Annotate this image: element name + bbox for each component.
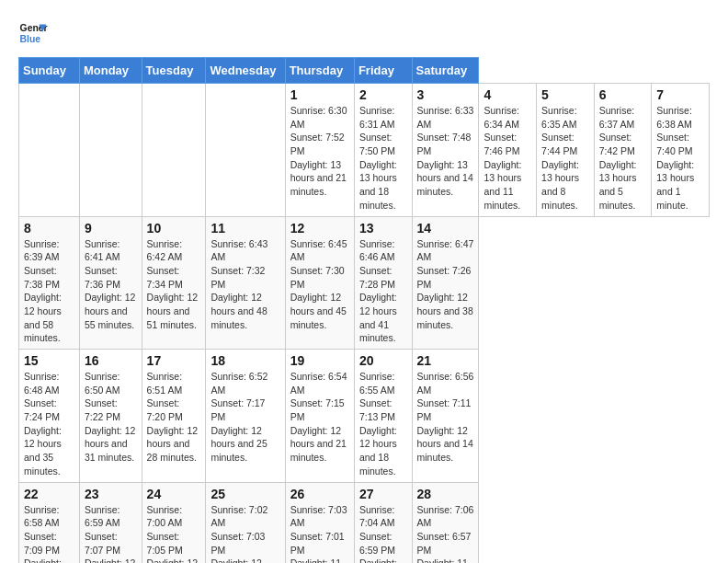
day-number: 17 — [147, 353, 201, 368]
day-header-sunday: Sunday — [19, 58, 80, 84]
calendar-cell: 18Sunrise: 6:52 AMSunset: 7:17 PMDayligh… — [206, 350, 285, 483]
day-header-wednesday: Wednesday — [206, 58, 285, 84]
calendar-cell: 22Sunrise: 6:58 AMSunset: 7:09 PMDayligh… — [19, 482, 80, 563]
day-number: 3 — [417, 87, 474, 102]
day-number: 8 — [24, 221, 74, 236]
calendar-cell: 6Sunrise: 6:37 AMSunset: 7:42 PMDaylight… — [594, 84, 652, 217]
week-row-1: 1Sunrise: 6:30 AMSunset: 7:52 PMDaylight… — [19, 84, 710, 217]
day-number: 11 — [210, 221, 279, 236]
calendar-cell: 23Sunrise: 6:59 AMSunset: 7:07 PMDayligh… — [79, 482, 142, 563]
day-info: Sunrise: 6:41 AMSunset: 7:36 PMDaylight:… — [85, 237, 137, 332]
day-number: 12 — [290, 221, 349, 236]
calendar-cell: 7Sunrise: 6:38 AMSunset: 7:40 PMDaylight… — [652, 84, 710, 217]
day-info: Sunrise: 6:55 AMSunset: 7:13 PMDaylight:… — [359, 370, 407, 478]
day-number: 5 — [541, 87, 589, 102]
calendar-cell: 5Sunrise: 6:35 AMSunset: 7:44 PMDaylight… — [537, 84, 595, 217]
logo-icon: General Blue — [18, 18, 48, 48]
calendar-cell: 28Sunrise: 7:06 AMSunset: 6:57 PMDayligh… — [412, 482, 479, 563]
calendar-cell: 20Sunrise: 6:55 AMSunset: 7:13 PMDayligh… — [354, 350, 412, 483]
calendar-cell: 10Sunrise: 6:42 AMSunset: 7:34 PMDayligh… — [142, 216, 206, 350]
day-info: Sunrise: 7:04 AMSunset: 6:59 PMDaylight:… — [359, 503, 407, 564]
day-number: 27 — [359, 487, 407, 501]
day-number: 26 — [290, 487, 349, 501]
calendar-cell: 15Sunrise: 6:48 AMSunset: 7:24 PMDayligh… — [19, 350, 80, 483]
calendar-cell: 19Sunrise: 6:54 AMSunset: 7:15 PMDayligh… — [285, 350, 354, 483]
calendar-cell: 17Sunrise: 6:51 AMSunset: 7:20 PMDayligh… — [142, 350, 206, 483]
calendar-cell — [142, 84, 206, 217]
day-number: 6 — [599, 87, 647, 102]
calendar-cell — [206, 84, 285, 217]
calendar-cell: 12Sunrise: 6:45 AMSunset: 7:30 PMDayligh… — [285, 216, 354, 350]
day-number: 24 — [147, 487, 201, 501]
day-info: Sunrise: 6:46 AMSunset: 7:28 PMDaylight:… — [359, 237, 407, 346]
day-info: Sunrise: 7:03 AMSunset: 7:01 PMDaylight:… — [290, 503, 349, 564]
calendar-cell: 8Sunrise: 6:39 AMSunset: 7:38 PMDaylight… — [19, 216, 80, 350]
day-number: 28 — [417, 487, 474, 501]
calendar-header-row: SundayMondayTuesdayWednesdayThursdayFrid… — [19, 58, 710, 84]
day-number: 16 — [85, 353, 137, 368]
day-number: 4 — [483, 87, 531, 102]
calendar-cell — [79, 84, 142, 217]
page-header: General Blue — [18, 18, 710, 48]
day-info: Sunrise: 6:59 AMSunset: 7:07 PMDaylight:… — [85, 503, 137, 564]
day-info: Sunrise: 6:30 AMSunset: 7:52 PMDaylight:… — [290, 104, 349, 199]
calendar-table: SundayMondayTuesdayWednesdayThursdayFrid… — [18, 57, 710, 563]
day-info: Sunrise: 6:34 AMSunset: 7:46 PMDaylight:… — [483, 104, 531, 213]
day-info: Sunrise: 7:06 AMSunset: 6:57 PMDaylight:… — [417, 503, 474, 564]
calendar-cell: 3Sunrise: 6:33 AMSunset: 7:48 PMDaylight… — [412, 84, 479, 217]
day-info: Sunrise: 6:31 AMSunset: 7:50 PMDaylight:… — [359, 104, 407, 213]
week-row-4: 22Sunrise: 6:58 AMSunset: 7:09 PMDayligh… — [19, 482, 710, 563]
calendar-cell: 2Sunrise: 6:31 AMSunset: 7:50 PMDaylight… — [354, 84, 412, 217]
day-info: Sunrise: 6:52 AMSunset: 7:17 PMDaylight:… — [210, 370, 279, 465]
calendar-cell: 24Sunrise: 7:00 AMSunset: 7:05 PMDayligh… — [142, 482, 206, 563]
calendar-cell: 9Sunrise: 6:41 AMSunset: 7:36 PMDaylight… — [79, 216, 142, 350]
calendar-cell: 1Sunrise: 6:30 AMSunset: 7:52 PMDaylight… — [285, 84, 354, 217]
day-header-friday: Friday — [354, 58, 412, 84]
svg-text:Blue: Blue — [20, 34, 41, 44]
calendar-cell: 21Sunrise: 6:56 AMSunset: 7:11 PMDayligh… — [412, 350, 479, 483]
day-number: 18 — [210, 353, 279, 368]
day-info: Sunrise: 6:58 AMSunset: 7:09 PMDaylight:… — [24, 503, 74, 564]
day-info: Sunrise: 6:47 AMSunset: 7:26 PMDaylight:… — [417, 237, 474, 332]
day-info: Sunrise: 6:43 AMSunset: 7:32 PMDaylight:… — [210, 237, 279, 332]
day-info: Sunrise: 6:37 AMSunset: 7:42 PMDaylight:… — [599, 104, 647, 213]
day-info: Sunrise: 6:42 AMSunset: 7:34 PMDaylight:… — [147, 237, 201, 332]
day-number: 10 — [147, 221, 201, 236]
calendar-cell: 27Sunrise: 7:04 AMSunset: 6:59 PMDayligh… — [354, 482, 412, 563]
day-header-monday: Monday — [79, 58, 142, 84]
day-info: Sunrise: 6:50 AMSunset: 7:22 PMDaylight:… — [85, 370, 137, 465]
day-number: 9 — [85, 221, 137, 236]
week-row-3: 15Sunrise: 6:48 AMSunset: 7:24 PMDayligh… — [19, 350, 710, 483]
day-info: Sunrise: 6:56 AMSunset: 7:11 PMDaylight:… — [417, 370, 474, 465]
day-number: 21 — [417, 353, 474, 368]
day-number: 23 — [85, 487, 137, 501]
calendar-cell: 13Sunrise: 6:46 AMSunset: 7:28 PMDayligh… — [354, 216, 412, 350]
week-row-2: 8Sunrise: 6:39 AMSunset: 7:38 PMDaylight… — [19, 216, 710, 350]
calendar-cell: 26Sunrise: 7:03 AMSunset: 7:01 PMDayligh… — [285, 482, 354, 563]
day-number: 13 — [359, 221, 407, 236]
day-info: Sunrise: 6:39 AMSunset: 7:38 PMDaylight:… — [24, 237, 74, 346]
calendar-cell: 11Sunrise: 6:43 AMSunset: 7:32 PMDayligh… — [206, 216, 285, 350]
calendar-cell — [19, 84, 80, 217]
calendar-cell: 14Sunrise: 6:47 AMSunset: 7:26 PMDayligh… — [412, 216, 479, 350]
day-info: Sunrise: 6:33 AMSunset: 7:48 PMDaylight:… — [417, 104, 474, 199]
day-number: 25 — [210, 487, 279, 501]
day-header-thursday: Thursday — [285, 58, 354, 84]
day-info: Sunrise: 7:02 AMSunset: 7:03 PMDaylight:… — [210, 503, 279, 564]
day-header-saturday: Saturday — [412, 58, 479, 84]
day-number: 19 — [290, 353, 349, 368]
logo: General Blue — [18, 18, 48, 48]
day-number: 22 — [24, 487, 74, 501]
day-number: 14 — [417, 221, 474, 236]
day-header-tuesday: Tuesday — [142, 58, 206, 84]
day-info: Sunrise: 6:38 AMSunset: 7:40 PMDaylight:… — [656, 104, 704, 213]
day-number: 2 — [359, 87, 407, 102]
day-info: Sunrise: 6:48 AMSunset: 7:24 PMDaylight:… — [24, 370, 74, 478]
day-number: 15 — [24, 353, 74, 368]
day-info: Sunrise: 6:51 AMSunset: 7:20 PMDaylight:… — [147, 370, 201, 465]
calendar-cell: 25Sunrise: 7:02 AMSunset: 7:03 PMDayligh… — [206, 482, 285, 563]
day-number: 1 — [290, 87, 349, 102]
day-info: Sunrise: 6:35 AMSunset: 7:44 PMDaylight:… — [541, 104, 589, 213]
day-number: 20 — [359, 353, 407, 368]
calendar-cell: 4Sunrise: 6:34 AMSunset: 7:46 PMDaylight… — [479, 84, 537, 217]
